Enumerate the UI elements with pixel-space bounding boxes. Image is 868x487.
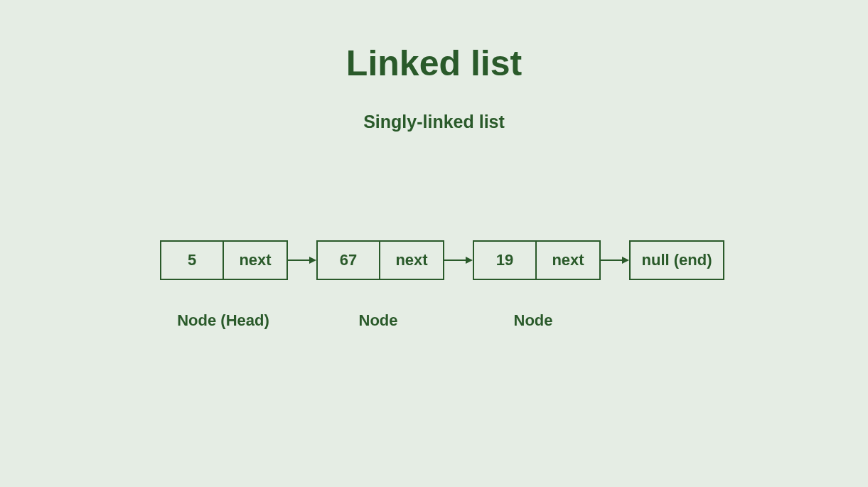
arrow-icon — [288, 253, 316, 267]
list-node: 5 next — [160, 240, 288, 280]
node-labels-row: Node (Head) Node Node — [160, 311, 596, 330]
node-value-cell: 67 — [318, 242, 380, 279]
svg-marker-3 — [466, 257, 473, 264]
linked-list-row: 5 next 67 next 19 next — [160, 240, 724, 280]
list-node: 67 next — [316, 240, 444, 280]
diagram-title: Linked list — [0, 43, 868, 84]
svg-marker-1 — [309, 257, 316, 264]
node-next-cell: next — [224, 242, 286, 279]
node-caption: Node — [470, 311, 596, 330]
node-caption: Node (Head) — [160, 311, 286, 330]
arrow-icon — [601, 253, 629, 267]
node-next-cell: next — [380, 242, 443, 279]
diagram-canvas: Linked list Singly-linked list 5 next 67… — [0, 0, 868, 487]
node-value-cell: 5 — [161, 242, 224, 279]
list-node: 19 next — [473, 240, 601, 280]
null-terminator: null (end) — [629, 240, 724, 280]
svg-marker-5 — [622, 257, 629, 264]
diagram-subtitle: Singly-linked list — [0, 112, 868, 132]
node-caption: Node — [315, 311, 441, 330]
node-next-cell: next — [537, 242, 599, 279]
arrow-icon — [444, 253, 473, 267]
node-value-cell: 19 — [474, 242, 537, 279]
